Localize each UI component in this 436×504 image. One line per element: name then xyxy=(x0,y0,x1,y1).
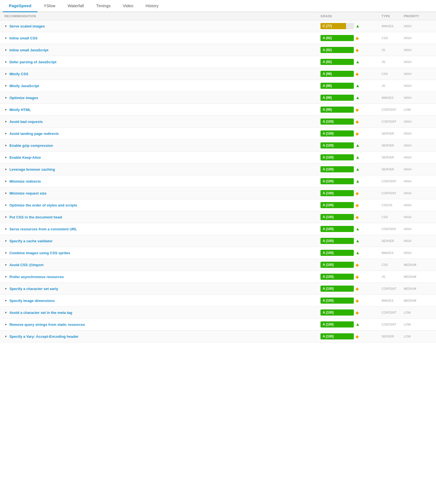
recommendation-label[interactable]: Inline small JavaScript xyxy=(9,48,48,52)
tab-video[interactable]: Video xyxy=(117,0,139,12)
diamond-icon: ◆ xyxy=(355,119,359,124)
chevron-down-icon[interactable]: ▼ xyxy=(4,240,7,243)
chevron-down-icon[interactable]: ▼ xyxy=(4,335,7,338)
chevron-down-icon[interactable]: ▼ xyxy=(4,216,7,219)
chevron-down-icon[interactable]: ▼ xyxy=(4,299,7,302)
table-row: ▼Minify HTMLA (99)◆CONTENTLOW xyxy=(0,104,436,116)
chevron-down-icon[interactable]: ▼ xyxy=(4,156,7,159)
tabs-container: PageSpeedYSlowWaterfallTimingsVideoHisto… xyxy=(0,0,436,12)
recommendation-label[interactable]: Specify image dimensions xyxy=(9,299,55,303)
rec-cell: ▼Specify a character set early xyxy=(4,287,320,291)
chevron-down-icon[interactable]: ▼ xyxy=(4,287,7,290)
recommendation-label[interactable]: Minify JavaScript xyxy=(9,84,39,88)
priority-cell: HIGH xyxy=(404,48,432,52)
chevron-down-icon[interactable]: ▼ xyxy=(4,25,7,28)
chevron-down-icon[interactable]: ▼ xyxy=(4,84,7,87)
type-cell: CONTENT xyxy=(382,323,404,326)
table-row: ▼Put CSS in the document headA (100)◆CSS… xyxy=(0,211,436,223)
recommendation-label[interactable]: Remove query strings from static resourc… xyxy=(9,322,85,327)
chevron-down-icon[interactable]: ▼ xyxy=(4,323,7,326)
grade-cell: A (100)◆ xyxy=(320,130,382,137)
chevron-down-icon[interactable]: ▼ xyxy=(4,275,7,278)
grade-bar: A (98) xyxy=(320,71,354,77)
chevron-down-icon[interactable]: ▼ xyxy=(4,228,7,231)
recommendation-label[interactable]: Enable Keep-Alive xyxy=(9,155,41,160)
grade-cell: A (100)▲ xyxy=(320,250,382,256)
grade-cell: A (99)▲ xyxy=(320,95,382,101)
recommendation-label[interactable]: Optimize the order of styles and scripts xyxy=(9,203,77,207)
table-row: ▼Specify a Vary: Accept-Encoding headerA… xyxy=(0,331,436,342)
chevron-down-icon[interactable]: ▼ xyxy=(4,108,7,111)
type-cell: IMAGES xyxy=(382,96,404,99)
recommendation-label[interactable]: Prefer asynchronous resources xyxy=(9,275,64,279)
rec-cell: ▼Prefer asynchronous resources xyxy=(4,275,320,279)
recommendation-label[interactable]: Enable gzip compression xyxy=(9,143,53,148)
chevron-down-icon[interactable]: ▼ xyxy=(4,192,7,195)
tab-waterfall[interactable]: Waterfall xyxy=(61,0,90,12)
type-cell: IMAGES xyxy=(382,24,404,28)
grade-bar: A (100) xyxy=(320,286,354,292)
type-cell: SERVER xyxy=(382,156,404,159)
recommendation-label[interactable]: Optimize images xyxy=(9,96,38,100)
recommendation-label[interactable]: Put CSS in the document head xyxy=(9,215,62,219)
grade-bar: A (92) xyxy=(320,59,354,65)
header-recommendation: RECOMMENDATION xyxy=(4,14,320,18)
chevron-down-icon[interactable]: ▼ xyxy=(4,61,7,64)
rec-cell: ▼Minimize redirects xyxy=(4,179,320,183)
chevron-down-icon[interactable]: ▼ xyxy=(4,72,7,75)
chevron-down-icon[interactable]: ▼ xyxy=(4,144,7,147)
rec-cell: ▼Serve resources from a consistent URL xyxy=(4,227,320,231)
chevron-down-icon[interactable]: ▼ xyxy=(4,204,7,207)
rec-cell: ▼Remove query strings from static resour… xyxy=(4,322,320,327)
recommendation-label[interactable]: Minify CSS xyxy=(9,72,28,76)
chevron-down-icon[interactable]: ▼ xyxy=(4,37,7,40)
table-row: ▼Serve scaled imagesC (77)▲IMAGESHIGH xyxy=(0,20,436,32)
recommendation-label[interactable]: Avoid landing page redirects xyxy=(9,132,59,136)
chevron-down-icon[interactable]: ▼ xyxy=(4,263,7,266)
type-cell: SERVER xyxy=(382,144,404,147)
tab-timings[interactable]: Timings xyxy=(90,0,117,12)
recommendation-label[interactable]: Avoid CSS @import xyxy=(9,263,44,267)
grade-bar: A (100) xyxy=(320,154,354,160)
diamond-icon: ◆ xyxy=(355,47,359,53)
diamond-icon: ◆ xyxy=(355,131,359,136)
recommendation-label[interactable]: Avoid bad requests xyxy=(9,120,43,124)
chevron-down-icon[interactable]: ▼ xyxy=(4,96,7,99)
grade-cell: A (100)▲ xyxy=(320,166,382,172)
recommendation-label[interactable]: Avoid a character set in the meta tag xyxy=(9,311,72,315)
type-cell: CONTENT xyxy=(382,180,404,183)
recommendation-label[interactable]: Minimize request size xyxy=(9,191,47,195)
chevron-down-icon[interactable]: ▼ xyxy=(4,251,7,254)
rec-cell: ▼Avoid landing page redirects xyxy=(4,132,320,136)
chevron-down-icon[interactable]: ▼ xyxy=(4,132,7,135)
chevron-down-icon[interactable]: ▼ xyxy=(4,120,7,123)
tab-yslow[interactable]: YSlow xyxy=(37,0,62,12)
recommendation-label[interactable]: Serve resources from a consistent URL xyxy=(9,227,77,231)
type-cell: SERVER xyxy=(382,168,404,171)
recommendation-label[interactable]: Specify a Vary: Accept-Encoding header xyxy=(9,334,79,339)
recommendation-label[interactable]: Minimize redirects xyxy=(9,179,41,183)
recommendation-label[interactable]: Defer parsing of JavaScript xyxy=(9,60,56,64)
recommendation-label[interactable]: Leverage browser caching xyxy=(9,167,55,172)
tab-pagespeed[interactable]: PageSpeed xyxy=(3,0,37,12)
recommendation-label[interactable]: Inline small CSS xyxy=(9,36,37,40)
recommendation-label[interactable]: Specify a character set early xyxy=(9,287,58,291)
diamond-icon: ◆ xyxy=(355,215,359,220)
chevron-down-icon[interactable]: ▼ xyxy=(4,49,7,52)
chevron-down-icon[interactable]: ▼ xyxy=(4,180,7,183)
arrow-up-icon: ▲ xyxy=(355,155,360,160)
type-cell: CSS/JS xyxy=(382,203,404,207)
chevron-down-icon[interactable]: ▼ xyxy=(4,311,7,314)
type-cell: CSS xyxy=(382,72,404,75)
diamond-icon: ◆ xyxy=(355,310,359,315)
recommendation-label[interactable]: Serve scaled images xyxy=(9,24,45,28)
header-grade: GRADE xyxy=(320,14,382,18)
chevron-down-icon[interactable]: ▼ xyxy=(4,168,7,171)
recommendation-label[interactable]: Specify a cache validator xyxy=(9,239,52,243)
grade-cell: A (100)◆ xyxy=(320,202,382,208)
tab-history[interactable]: History xyxy=(139,0,165,12)
rec-cell: ▼Specify a Vary: Accept-Encoding header xyxy=(4,334,320,339)
recommendation-label[interactable]: Combine images using CSS sprites xyxy=(9,251,70,255)
recommendation-label[interactable]: Minify HTML xyxy=(9,108,31,112)
table-row: ▼Avoid landing page redirectsA (100)◆SER… xyxy=(0,128,436,140)
